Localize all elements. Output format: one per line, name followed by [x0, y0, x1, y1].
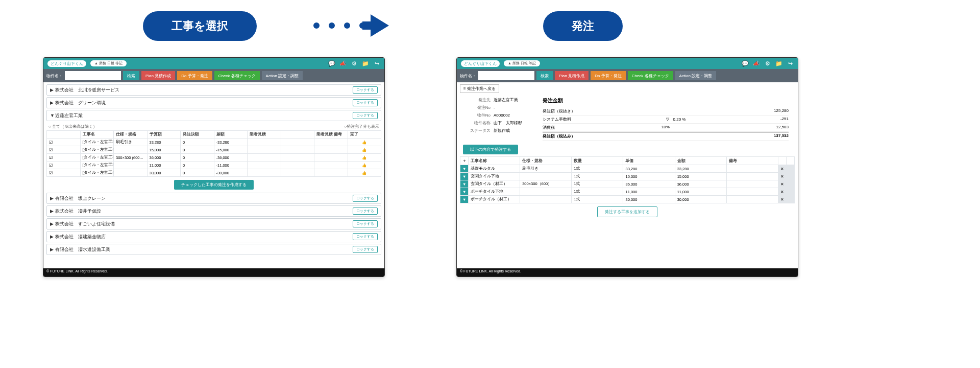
cell-name: [タイル・左官工事] 基礎モルタル [80, 139, 114, 146]
create-order-button[interactable]: チェックした工事の発注を作成する [174, 180, 254, 190]
cell-amount: 36,000 [675, 180, 726, 188]
option-all[interactable]: ○ 全て（※出来高は除く） [48, 124, 97, 129]
row-checkbox[interactable]: ☑ [47, 169, 81, 177]
row-checkbox[interactable]: ☑ [47, 154, 81, 162]
user-badge[interactable]: ▲ 業務 日報 等記 [504, 60, 540, 66]
expand-icon: ▶ [50, 221, 55, 226]
expand-icon[interactable]: ▼ [460, 180, 469, 188]
cell-qty: 1式 [572, 165, 623, 173]
lock-button[interactable]: ロックする [353, 195, 378, 202]
app-topbar: どんぐり山下くん ▲ 業務 日報 等記 💬 📣 ⚙ 📁 ↪ [43, 58, 384, 69]
order-item-row[interactable]: ▼ 基礎モルタル 刷毛引き 1式 33,280 33,280 ✕ [460, 165, 795, 173]
search-button[interactable]: 検索 [123, 71, 139, 80]
user-badge[interactable]: ▲ 業務 日報 等記 [90, 60, 127, 66]
nav-action[interactable]: Action 設定・調整 [262, 71, 303, 80]
order-item-row[interactable]: ▼ ポーチタイル下地 1式 11,000 11,000 ✕ [460, 188, 795, 196]
back-button[interactable]: ≡ 発注作業へ戻る [460, 84, 499, 93]
search-button[interactable]: 検索 [536, 71, 553, 80]
cell-spec: 刷毛引き [114, 139, 148, 146]
cell-budget: 11,000 [147, 162, 181, 169]
table-row[interactable]: ☑ [タイル・左官工事] ポーチタイル下地 11,000 0 -11,000 👍 [47, 162, 381, 169]
expand-icon[interactable]: ▼ [460, 188, 469, 196]
option-show-done[interactable]: ○発注完了分も表示 [344, 124, 379, 129]
lock-button[interactable]: ロックする [353, 233, 378, 240]
lock-button[interactable]: ロックする [353, 246, 378, 253]
app-logo: どんぐり山下くん [47, 60, 86, 67]
cell-name: 玄関タイル下地 [469, 173, 520, 180]
table-row[interactable]: ☑ [タイル・左官工事] 基礎モルタル 刷毛引き 33,280 0 -33,28… [47, 139, 381, 146]
expand-icon: ▶ [50, 209, 55, 214]
delete-icon[interactable]: ✕ [778, 188, 787, 196]
announce-icon[interactable]: 📣 [753, 60, 760, 67]
add-row-icon[interactable]: ＋ [460, 157, 469, 165]
col-header [281, 131, 314, 139]
company-row[interactable]: ▶ 株式会社 凄井予仮設 ロックする [46, 205, 381, 217]
lock-button[interactable]: ロックする [353, 208, 378, 215]
cell-done-icon: 👍 [348, 162, 381, 169]
table-row[interactable]: ☑ [タイル・左官工事] 玄関タイル下地 15,000 0 -15,000 👍 [47, 146, 381, 154]
chat-icon[interactable]: 💬 [742, 60, 749, 67]
delete-icon[interactable]: ✕ [778, 173, 787, 180]
col-header: 仕様・規格 [520, 157, 572, 165]
expand-icon[interactable]: ▼ [460, 196, 469, 203]
search-input[interactable] [478, 71, 534, 80]
cell-note [726, 173, 778, 180]
row-checkbox[interactable]: ☑ [47, 146, 81, 154]
order-item-row[interactable]: ▼ 玄関タイル下地 1式 15,000 15,000 ✕ [460, 173, 795, 180]
money-mid: 10% [662, 125, 670, 130]
money-label: 発注額（税抜き） [543, 108, 575, 114]
company-name: 近藤左官工業 [55, 112, 353, 119]
nav-do[interactable]: Do 予算・発注 [177, 71, 212, 80]
lock-button[interactable]: ロックする [353, 86, 378, 94]
lock-button[interactable]: ロックする [353, 112, 378, 119]
delete-icon[interactable]: ✕ [778, 196, 787, 203]
nav-plan[interactable]: Plan 見積作成 [141, 71, 175, 80]
table-row[interactable]: ☑ [タイル・左官工事] ポーチタイル（材… 30,000 0 -30,000 … [47, 169, 381, 177]
folder-icon[interactable]: 📁 [775, 60, 782, 67]
search-input[interactable] [65, 71, 121, 80]
order-item-row[interactable]: ▼ 玄関タイル（材工） 300×300（600） 1式 36,000 36,00… [460, 180, 795, 188]
company-row[interactable]: ▶ 有限会社 凄水道設備工業 ロックする [46, 244, 381, 255]
cell-ordered: 0 [181, 162, 214, 169]
gear-icon[interactable]: ⚙ [351, 60, 358, 67]
company-row-expanded[interactable]: ▼ 近藤左官工業 ロックする [46, 110, 381, 121]
cell-name: 基礎モルタル [469, 165, 520, 173]
nav-check[interactable]: Check 各種チェック [214, 71, 260, 80]
company-row[interactable]: ▶ 株式会社 凄建築金物店 ロックする [46, 231, 381, 242]
company-row[interactable]: ▶ 株式会社 北川冷暖房サービス ロックする [46, 84, 381, 96]
chat-icon[interactable]: 💬 [328, 60, 335, 67]
money-row: 消費税 10% 12,503 [543, 124, 789, 132]
gear-icon[interactable]: ⚙ [764, 60, 771, 67]
search-label: 物件名： [46, 73, 63, 79]
issue-order-button[interactable]: 以下の内容で発注する [463, 145, 518, 154]
logout-icon[interactable]: ↪ [373, 60, 380, 67]
row-checkbox[interactable]: ☑ [47, 162, 81, 169]
delete-icon[interactable]: ✕ [778, 165, 787, 173]
cell-budget: 33,280 [147, 139, 181, 146]
announce-icon[interactable]: 📣 [339, 60, 347, 67]
company-row[interactable]: ▶ 株式会社 グリーン環境 ロックする [46, 97, 381, 108]
cell-name: 玄関タイル（材工） [469, 180, 520, 188]
expand-icon[interactable]: ▼ [460, 173, 469, 180]
logout-icon[interactable]: ↪ [787, 60, 794, 67]
folder-icon[interactable]: 📁 [362, 60, 369, 67]
delete-icon[interactable]: ✕ [778, 180, 787, 188]
table-row[interactable]: ☑ [タイル・左官工事] 玄関タイル（材工… 300×300 (600… 36,… [47, 154, 381, 162]
expand-icon[interactable]: ▼ [460, 165, 469, 173]
order-item-row[interactable]: ▼ ポーチタイル（材工） 1式 30,000 30,000 ✕ [460, 196, 795, 203]
add-work-button[interactable]: 発注する工事を追加する [597, 206, 657, 217]
nav-action[interactable]: Action 設定・調整 [675, 71, 716, 80]
company-row[interactable]: ▶ 有限会社 坂上クレーン ロックする [46, 193, 381, 204]
company-row[interactable]: ▶ 株式会社 すごいよ住宅設備 ロックする [46, 218, 381, 229]
nav-do[interactable]: Do 予算・発注 [591, 71, 625, 80]
value-order-no: - [494, 105, 495, 110]
nav-plan[interactable]: Plan 見積作成 [555, 71, 589, 80]
money-value: 12,503 [776, 125, 789, 130]
lock-button[interactable]: ロックする [353, 99, 378, 106]
cell-name: ポーチタイル（材工） [469, 196, 520, 203]
row-checkbox[interactable]: ☑ [47, 139, 81, 146]
nav-check[interactable]: Check 各種チェック [628, 71, 673, 80]
cell-spec: 300×300 (600… [114, 154, 148, 162]
value-status: 新規作成 [494, 128, 510, 133]
lock-button[interactable]: ロックする [353, 220, 378, 227]
